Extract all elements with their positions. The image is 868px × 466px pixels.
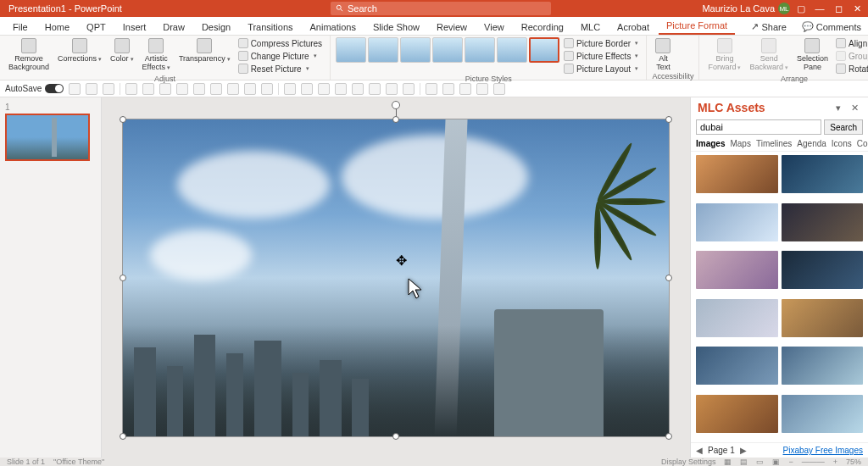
autosave-toggle[interactable] (45, 84, 64, 93)
qat-btn[interactable] (176, 83, 188, 95)
picture-style-6[interactable] (497, 37, 527, 63)
qat-btn[interactable] (493, 83, 505, 95)
asset-thumb-10[interactable] (782, 347, 864, 385)
qat-btn[interactable] (301, 83, 313, 95)
selection-pane-button[interactable]: Selection Pane (793, 37, 832, 72)
asset-thumb-3[interactable] (696, 203, 778, 241)
tab-qpt[interactable]: QPT (79, 19, 114, 35)
zoom-out-icon[interactable]: − (788, 458, 793, 466)
qat-btn[interactable] (159, 83, 171, 95)
qat-btn[interactable] (318, 83, 330, 95)
qat-btn[interactable] (210, 83, 222, 95)
view-reading-icon[interactable]: ▭ (756, 458, 764, 466)
resize-handle-br[interactable] (665, 433, 672, 440)
search-input[interactable] (696, 119, 821, 135)
remove-background-button[interactable]: Remove Background (5, 37, 53, 72)
qat-btn[interactable] (125, 83, 137, 95)
slide-thumbnail-1[interactable] (5, 114, 90, 161)
comments-button[interactable]: 💬Comments (795, 19, 868, 35)
qat-btn[interactable] (193, 83, 205, 95)
search-button[interactable]: Search (824, 119, 863, 135)
send-backward-button[interactable]: Send Backward (746, 37, 792, 73)
resize-handle-tl[interactable] (120, 116, 126, 123)
bring-forward-button[interactable]: Bring Forward (704, 37, 744, 73)
qat-btn[interactable] (476, 83, 488, 95)
reset-picture-button[interactable]: Reset Picture (236, 63, 325, 75)
prev-page-icon[interactable]: ◀ (696, 446, 703, 455)
asset-thumb-11[interactable] (696, 395, 778, 433)
compress-pictures-button[interactable]: Compress Pictures (236, 37, 325, 49)
pane-dropdown-icon[interactable]: ▾ (836, 103, 846, 113)
pane-tab-corporate[interactable]: Corporate (857, 139, 868, 148)
slide-canvas[interactable]: ✥ (102, 97, 690, 458)
picture-style-5[interactable] (465, 37, 495, 63)
picture-styles-gallery[interactable] (336, 37, 559, 63)
zoom-slider[interactable]: ——— (802, 458, 825, 466)
undo-icon[interactable] (86, 83, 97, 95)
zoom-value[interactable]: 75% (846, 458, 861, 466)
rotate-handle[interactable] (392, 101, 400, 109)
close-icon[interactable]: ✕ (853, 4, 861, 13)
selected-picture[interactable] (122, 119, 670, 437)
tab-draw[interactable]: Draw (155, 19, 192, 35)
save-icon[interactable] (69, 83, 81, 95)
asset-thumb-2[interactable] (782, 155, 864, 193)
view-sorter-icon[interactable]: ▤ (740, 458, 748, 466)
resize-handle-r[interactable] (665, 275, 672, 281)
asset-thumb-5[interactable] (696, 251, 778, 289)
pane-tab-maps[interactable]: Maps (730, 139, 750, 148)
maximize-icon[interactable]: ◻ (834, 4, 843, 13)
asset-thumb-8[interactable] (782, 299, 864, 337)
qat-btn[interactable] (261, 83, 273, 95)
tab-picture-format[interactable]: Picture Format (659, 18, 735, 35)
asset-thumb-12[interactable] (782, 395, 864, 433)
pixabay-link[interactable]: Pixabay Free Images (783, 446, 864, 455)
user-account[interactable]: Maurizio La Cava ML (702, 3, 790, 14)
artistic-effects-button[interactable]: Artistic Effects (139, 37, 174, 73)
alt-text-button[interactable]: Alt Text (652, 37, 674, 72)
tab-mlc[interactable]: MLC (573, 19, 608, 35)
group-button[interactable]: Group (833, 50, 868, 62)
pane-tab-icons[interactable]: Icons (832, 139, 852, 148)
asset-thumb-7[interactable] (696, 299, 778, 337)
align-button[interactable]: Align (833, 37, 868, 49)
picture-layout-button[interactable]: Picture Layout (561, 63, 641, 75)
tab-review[interactable]: Review (429, 19, 475, 35)
qat-btn[interactable] (459, 83, 471, 95)
picture-style-4[interactable] (432, 37, 463, 63)
share-button[interactable]: ↗Share (744, 19, 793, 35)
tab-acrobat[interactable]: Acrobat (609, 19, 657, 35)
asset-thumb-6[interactable] (782, 251, 864, 289)
pane-tab-images[interactable]: Images (696, 139, 725, 148)
ribbon-options-icon[interactable]: ▢ (797, 4, 805, 13)
asset-thumb-4[interactable] (782, 203, 864, 241)
resize-handle-l[interactable] (120, 275, 126, 281)
asset-thumb-9[interactable] (696, 347, 778, 385)
search-box[interactable]: Search (331, 2, 551, 15)
qat-btn[interactable] (227, 83, 239, 95)
tab-design[interactable]: Design (194, 19, 238, 35)
qat-btn[interactable] (369, 83, 381, 95)
minimize-icon[interactable]: — (815, 4, 824, 13)
tab-home[interactable]: Home (37, 19, 77, 35)
change-picture-button[interactable]: Change Picture (236, 50, 325, 62)
pane-tab-timelines[interactable]: Timelines (756, 139, 792, 148)
qat-btn[interactable] (442, 83, 454, 95)
qat-btn[interactable] (386, 83, 398, 95)
qat-btn[interactable] (352, 83, 364, 95)
tab-insert[interactable]: Insert (115, 19, 154, 35)
tab-animations[interactable]: Animations (303, 19, 364, 35)
tab-view[interactable]: View (476, 19, 512, 35)
picture-style-2[interactable] (368, 37, 398, 63)
tab-recording[interactable]: Recording (514, 19, 571, 35)
picture-style-7[interactable] (529, 37, 559, 63)
zoom-in-icon[interactable]: + (833, 458, 837, 466)
redo-icon[interactable] (103, 83, 114, 95)
resize-handle-t[interactable] (392, 116, 399, 123)
qat-btn[interactable] (403, 83, 415, 95)
qat-btn[interactable] (244, 83, 256, 95)
tab-slide-show[interactable]: Slide Show (365, 19, 427, 35)
picture-style-1[interactable] (336, 37, 366, 63)
display-settings-button[interactable]: Display Settings (661, 458, 716, 466)
tab-file[interactable]: File (5, 19, 36, 35)
